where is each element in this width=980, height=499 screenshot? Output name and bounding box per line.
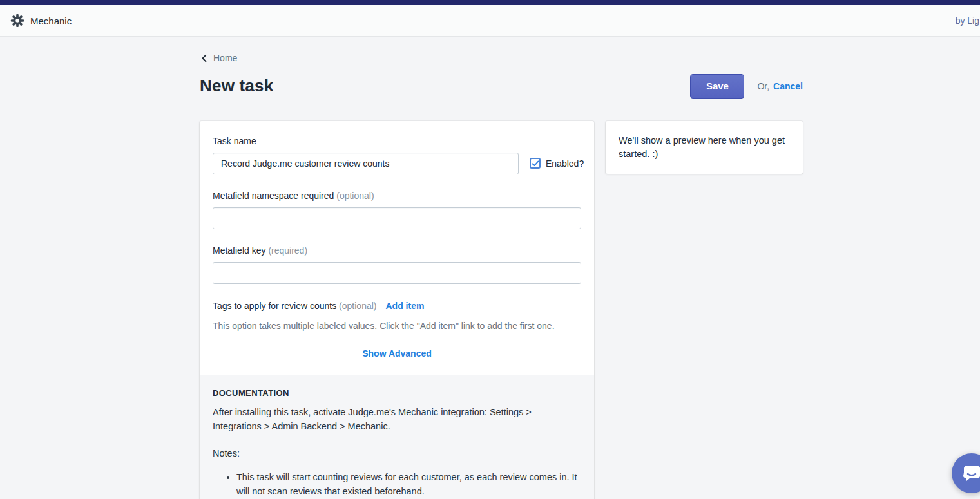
chat-bubble-icon xyxy=(961,463,980,484)
breadcrumb[interactable]: Home xyxy=(200,53,237,63)
enabled-checkbox-group[interactable]: Enabled? xyxy=(530,158,584,169)
chat-launcher-button[interactable] xyxy=(952,453,980,493)
documentation-heading: DOCUMENTATION xyxy=(213,388,581,398)
tags-label: Tags to apply for review counts (optiona… xyxy=(213,301,376,311)
task-form-card: Task name Enabled? Metafield namespace r… xyxy=(200,121,594,499)
enabled-label: Enabled? xyxy=(546,158,584,169)
checkmark-icon xyxy=(532,160,539,167)
documentation-notes-list: This task will start counting reviews fo… xyxy=(213,470,581,499)
metafield-key-label: Metafield key (required) xyxy=(213,245,307,256)
documentation-notes-label: Notes: xyxy=(213,448,581,458)
save-button[interactable]: Save xyxy=(690,74,744,99)
app-header: Mechanic by Lig xyxy=(0,5,980,37)
metafield-key-qualifier: (required) xyxy=(268,245,307,256)
side-column: We'll show a preview here when you get s… xyxy=(606,121,803,174)
metafield-key-field-group: Metafield key (required) xyxy=(213,245,581,284)
namespace-qualifier: (optional) xyxy=(336,191,374,201)
metafield-key-input[interactable] xyxy=(213,262,581,284)
task-form-section: Task name Enabled? Metafield namespace r… xyxy=(200,121,594,375)
documentation-section: DOCUMENTATION After installing this task… xyxy=(200,375,594,499)
tags-help-text: This option takes multiple labeled value… xyxy=(213,319,581,332)
preview-placeholder-text: We'll show a preview here when you get s… xyxy=(619,134,790,161)
app-title: Mechanic xyxy=(30,15,72,26)
tags-qualifier: (optional) xyxy=(339,301,376,311)
chevron-left-icon xyxy=(200,53,209,63)
note-item: This task will start counting reviews fo… xyxy=(236,470,581,498)
task-name-row: Enabled? xyxy=(213,153,581,174)
byline[interactable]: by Lig xyxy=(956,15,979,26)
gear-icon xyxy=(10,14,24,28)
breadcrumb-label: Home xyxy=(213,53,237,63)
title-actions: Save Or, Cancel xyxy=(690,74,803,99)
page-title: New task xyxy=(200,76,273,96)
show-advanced-link[interactable]: Show Advanced xyxy=(362,348,432,359)
top-accent-bar xyxy=(0,0,980,5)
tags-row: Tags to apply for review counts (optiona… xyxy=(213,301,581,311)
or-label: Or, xyxy=(757,81,769,91)
namespace-field-group: Metafield namespace required (optional) xyxy=(213,190,581,229)
preview-card: We'll show a preview here when you get s… xyxy=(606,121,803,174)
namespace-input[interactable] xyxy=(213,207,581,229)
namespace-label: Metafield namespace required (optional) xyxy=(213,191,374,201)
documentation-intro: After installing this task, activate Jud… xyxy=(213,405,581,433)
show-advanced-wrap: Show Advanced xyxy=(213,348,581,359)
cancel-link[interactable]: Cancel xyxy=(773,81,803,91)
task-name-label: Task name xyxy=(213,136,256,146)
page-content: Home New task Save Or, Cancel Task name xyxy=(200,37,803,499)
cards-row: Task name Enabled? Metafield namespace r… xyxy=(200,121,803,499)
enabled-checkbox[interactable] xyxy=(530,158,541,169)
task-name-input[interactable] xyxy=(213,153,519,174)
add-item-link[interactable]: Add item xyxy=(385,301,424,311)
title-row: New task Save Or, Cancel xyxy=(200,74,803,99)
